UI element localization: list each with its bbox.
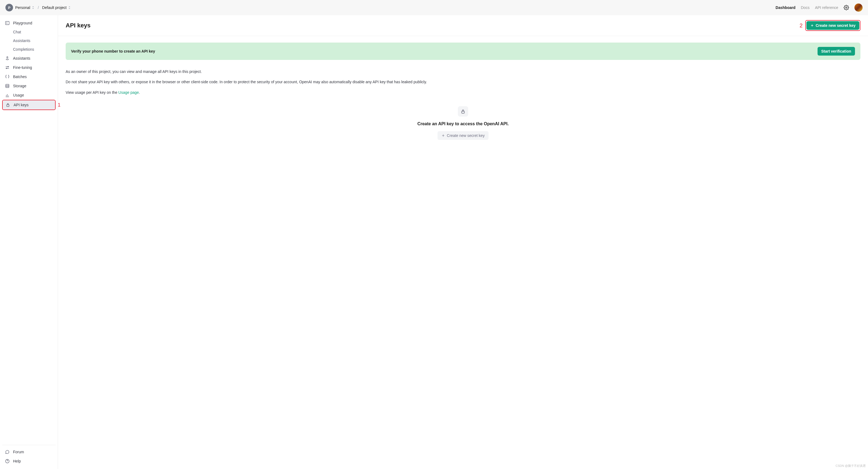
user-avatar[interactable]	[855, 3, 863, 12]
chevron-updown-icon	[68, 6, 71, 9]
sidebar-item-label: Fine-tuning	[13, 65, 32, 70]
sidebar-item-usage[interactable]: Usage	[2, 91, 56, 100]
nav-api-reference[interactable]: API reference	[815, 5, 838, 10]
sidebar-item-assistants-sub[interactable]: Assistants	[2, 36, 56, 45]
sidebar-item-label: Batches	[13, 74, 27, 79]
sidebar-bottom: Forum Help	[2, 445, 56, 466]
sidebar: Playground Chat Assistants Completions A…	[0, 15, 58, 469]
braces-icon	[5, 74, 10, 79]
sidebar-item-label: Forum	[13, 450, 24, 454]
project-selector[interactable]: Default project	[42, 5, 71, 10]
sidebar-item-chat[interactable]: Chat	[2, 28, 56, 36]
topbar-right: Dashboard Docs API reference	[775, 3, 863, 12]
terminal-icon	[5, 21, 10, 26]
question-icon	[5, 459, 10, 464]
annotation-marker-2: 2	[800, 23, 803, 29]
lock-icon	[5, 102, 10, 107]
annotation-highlight-1: API keys 1	[2, 100, 56, 110]
empty-state-title: Create an API key to access the OpenAI A…	[417, 122, 509, 126]
topbar: P Personal / Default project Dashboard D…	[0, 0, 868, 15]
annotation-highlight-2: Create new secret key	[805, 20, 860, 31]
storage-icon	[5, 83, 10, 88]
sidebar-item-assistants[interactable]: Assistants	[2, 54, 56, 63]
chevron-updown-icon	[32, 6, 34, 9]
chart-icon	[5, 93, 10, 98]
chat-bubble-icon	[5, 449, 10, 455]
nav-dashboard[interactable]: Dashboard	[775, 5, 795, 10]
plus-icon	[810, 24, 814, 27]
gear-icon	[844, 5, 849, 10]
layout: Playground Chat Assistants Completions A…	[0, 15, 868, 469]
annotation-marker-1: 1	[58, 102, 61, 108]
svg-point-2	[7, 57, 8, 58]
svg-point-4	[6, 68, 7, 69]
sidebar-item-label: Assistants	[13, 38, 30, 43]
svg-rect-6	[7, 105, 9, 106]
lock-icon	[460, 109, 466, 114]
usage-page-link[interactable]: Usage page	[118, 90, 139, 95]
sidebar-item-label: Usage	[13, 93, 24, 97]
body-paragraph-2: Do not share your API key with others, o…	[66, 79, 860, 85]
body-paragraph-3: View usage per API key on the Usage page…	[66, 90, 860, 95]
plus-icon	[441, 134, 445, 137]
button-label: Create new secret key	[447, 133, 485, 138]
svg-rect-8	[462, 111, 464, 113]
sidebar-item-forum[interactable]: Forum	[2, 447, 56, 457]
sidebar-item-label: Chat	[13, 30, 21, 34]
sidebar-item-label: Assistants	[13, 56, 30, 61]
notice-text: Verify your phone number to create an AP…	[71, 49, 155, 54]
sidebar-item-api-keys[interactable]: API keys	[3, 100, 55, 109]
sidebar-item-label: Completions	[13, 47, 34, 52]
svg-point-0	[846, 7, 847, 8]
sidebar-item-label: Storage	[13, 84, 26, 88]
sidebar-item-fine-tuning[interactable]: Fine-tuning	[2, 63, 56, 72]
watermark: CSDN @脑子不好真君	[836, 464, 866, 468]
start-verification-button[interactable]: Start verification	[817, 47, 855, 56]
main-header: API keys 2 Create new secret key	[58, 15, 868, 36]
para3-prefix: View usage per API key on the	[66, 90, 118, 95]
sidebar-item-label: Playground	[13, 21, 32, 25]
content-area: Verify your phone number to create an AP…	[58, 36, 868, 146]
main-content: API keys 2 Create new secret key Verify …	[58, 15, 868, 469]
sliders-icon	[5, 65, 10, 70]
sidebar-item-help[interactable]: Help	[2, 457, 56, 466]
empty-state-icon-box	[458, 106, 468, 116]
empty-state: Create an API key to access the OpenAI A…	[66, 106, 860, 140]
sidebar-item-label: API keys	[13, 103, 29, 107]
verify-phone-banner: Verify your phone number to create an AP…	[66, 42, 860, 60]
create-secret-key-button-secondary[interactable]: Create new secret key	[437, 131, 488, 140]
project-name: Default project	[42, 5, 66, 10]
create-secret-key-button[interactable]: Create new secret key	[806, 21, 859, 30]
page-title: API keys	[66, 22, 91, 29]
button-label: Create new secret key	[816, 23, 856, 28]
body-paragraph-1: As an owner of this project, you can vie…	[66, 69, 860, 74]
settings-button[interactable]	[844, 5, 849, 10]
org-selector[interactable]: Personal	[15, 5, 34, 10]
svg-point-3	[8, 66, 9, 67]
sidebar-item-batches[interactable]: Batches	[2, 72, 56, 81]
nav-docs[interactable]: Docs	[801, 5, 809, 10]
sidebar-item-label: Help	[13, 459, 21, 463]
org-name: Personal	[15, 5, 30, 10]
sidebar-item-playground[interactable]: Playground	[2, 19, 56, 28]
org-badge[interactable]: P	[5, 4, 13, 11]
breadcrumb: P Personal / Default project	[5, 4, 71, 11]
sidebar-item-completions[interactable]: Completions	[2, 45, 56, 54]
para3-suffix: .	[139, 90, 140, 95]
header-right: 2 Create new secret key	[800, 20, 860, 31]
breadcrumb-separator: /	[38, 5, 39, 10]
sidebar-nav: Playground Chat Assistants Completions A…	[2, 19, 56, 110]
sidebar-item-storage[interactable]: Storage	[2, 81, 56, 91]
robot-icon	[5, 56, 10, 61]
svg-rect-5	[6, 84, 9, 88]
